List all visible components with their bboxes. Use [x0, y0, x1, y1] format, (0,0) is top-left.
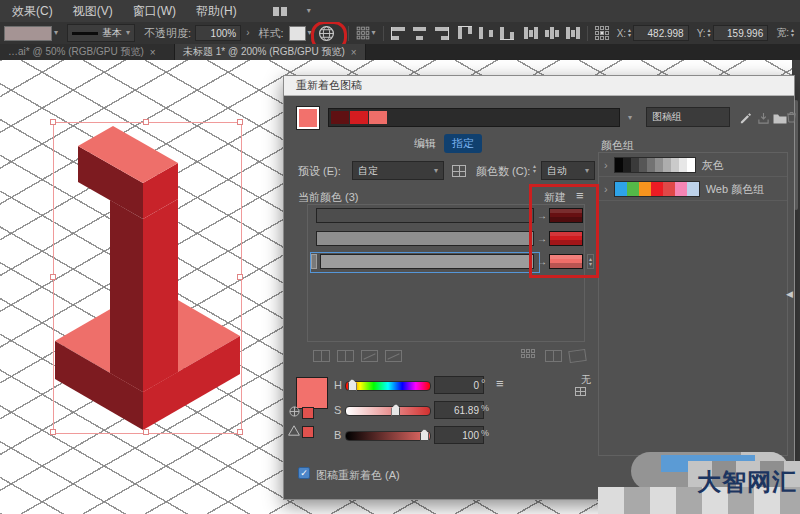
expand-icon[interactable]: › [604, 160, 608, 171]
stroke-style-dropdown[interactable]: 基本 ▾ [67, 24, 135, 42]
active-color-swatch[interactable] [296, 377, 328, 409]
color-count-dropdown[interactable]: 自动 ▾ [541, 161, 595, 180]
recolor-artwork-button[interactable] [318, 25, 335, 42]
hue-slider[interactable] [345, 381, 431, 391]
selection-handle[interactable] [50, 274, 56, 280]
distribute-right-icon[interactable] [566, 27, 580, 40]
color-count-stepper[interactable]: ▴▾ [533, 164, 536, 174]
menu-window[interactable]: 窗口(W) [133, 3, 176, 20]
y-stepper[interactable]: ▴▾ [708, 28, 711, 38]
chevron-down-icon[interactable]: ▾ [628, 114, 632, 122]
graphic-style-swatch[interactable] [289, 26, 306, 41]
opacity-value-field[interactable]: 100% [195, 25, 241, 41]
brightness-slider-handle[interactable] [420, 429, 429, 441]
align-center-icon[interactable] [413, 27, 427, 40]
grid-view-icon[interactable] [575, 387, 586, 396]
selection-handle[interactable] [237, 119, 243, 125]
saturation-slider[interactable] [345, 406, 431, 416]
workspace-switcher-icon[interactable] [273, 7, 287, 16]
color-swatch[interactable] [350, 111, 368, 124]
color-swatch[interactable] [615, 182, 627, 196]
random-saturation-brightness-icon[interactable] [545, 350, 562, 362]
preset-dropdown[interactable]: 自定 ▾ [352, 161, 444, 180]
out-of-gamut-warning-icon[interactable] [288, 425, 300, 436]
selection-handle[interactable] [50, 119, 56, 125]
menu-effect[interactable]: 效果(C) [12, 3, 53, 20]
color-swatch[interactable] [631, 158, 639, 172]
tab-edit[interactable]: 编辑 [414, 136, 436, 151]
hsb-menu-icon[interactable]: ≡ [496, 376, 504, 391]
fill-color-well[interactable] [4, 26, 52, 41]
reference-point-locator[interactable] [595, 26, 609, 40]
color-group-item-web[interactable]: › Web 颜色组 [604, 181, 764, 197]
chevron-down-icon[interactable]: ▾ [307, 7, 311, 15]
align-left-icon[interactable] [391, 27, 406, 40]
none-label[interactable]: 无 [581, 373, 591, 387]
width-stepper[interactable]: ▴▾ [791, 28, 794, 38]
color-swatch[interactable] [655, 158, 663, 172]
distribute-center-icon[interactable] [545, 27, 559, 40]
recolor-checkbox[interactable]: ✓ [298, 467, 310, 479]
color-swatch[interactable] [647, 158, 655, 172]
new-row-icon[interactable] [385, 350, 402, 362]
close-icon[interactable]: × [150, 47, 156, 58]
color-swatch[interactable] [687, 182, 699, 196]
color-swatch[interactable] [651, 182, 663, 196]
saturation-slider-handle[interactable] [391, 404, 400, 416]
menu-help[interactable]: 帮助(H) [196, 3, 237, 20]
selection-handle[interactable] [50, 429, 56, 435]
color-group-name-field[interactable] [646, 107, 730, 127]
current-color-bar[interactable] [316, 208, 534, 223]
gamut-color-chip[interactable] [302, 426, 314, 438]
color-swatch[interactable] [623, 158, 631, 172]
chevron-down-icon[interactable]: ▾ [372, 29, 376, 37]
x-stepper[interactable]: ▴▾ [628, 28, 631, 38]
color-swatch[interactable] [639, 182, 651, 196]
selection-handle[interactable] [237, 274, 243, 280]
brightness-slider[interactable] [345, 431, 431, 441]
document-tab[interactable]: …ai* @ 50% (RGB/GPU 预览) × [0, 44, 175, 60]
chevron-right-icon[interactable]: › [246, 28, 249, 38]
random-color-order-icon[interactable] [521, 349, 538, 361]
distribute-left-icon[interactable] [524, 27, 538, 40]
selected-artwork-swatch[interactable] [296, 106, 320, 130]
document-tab-active[interactable]: 未标题 1* @ 200% (RGB/GPU 预览) × [175, 44, 366, 60]
color-swatch[interactable] [627, 182, 639, 196]
close-icon[interactable]: × [351, 47, 357, 58]
tab-assign[interactable]: 指定 [444, 134, 482, 153]
artwork-colors-strip[interactable] [328, 108, 620, 127]
y-value-field[interactable]: 159.996 [713, 25, 769, 41]
color-swatch[interactable] [615, 158, 623, 172]
expand-icon[interactable]: › [604, 184, 608, 195]
hue-slider-handle[interactable] [348, 379, 357, 391]
dialog-titlebar[interactable]: 重新着色图稿 [284, 76, 794, 96]
color-swatch[interactable] [663, 182, 675, 196]
row-drag-grip[interactable] [311, 254, 317, 269]
save-color-group-icon[interactable] [754, 110, 772, 126]
style-label[interactable]: 样式: [259, 26, 284, 41]
panel-collapse-icon[interactable]: ◀ [786, 289, 793, 299]
color-swatch[interactable] [679, 158, 687, 172]
align-right-icon[interactable] [434, 27, 449, 40]
color-group-item-gray[interactable]: › 灰色 [604, 157, 724, 173]
merge-colors-icon[interactable] [313, 350, 330, 362]
align-middle-icon[interactable] [479, 27, 493, 40]
color-swatch[interactable] [671, 158, 679, 172]
color-swatch[interactable] [331, 111, 349, 124]
align-top-icon[interactable] [458, 26, 472, 40]
saturation-value-field[interactable]: 61.89 [434, 401, 484, 419]
current-color-bar[interactable] [316, 231, 534, 246]
out-of-web-warning-icon[interactable] [289, 406, 300, 417]
edit-colors-pencil-icon[interactable] [736, 109, 754, 125]
color-reduction-options-icon[interactable] [568, 349, 587, 363]
color-swatch[interactable] [675, 182, 687, 196]
opacity-label[interactable]: 不透明度: [144, 26, 191, 41]
color-swatch[interactable] [639, 158, 647, 172]
separate-colors-icon[interactable] [337, 350, 354, 362]
selection-handle[interactable] [143, 429, 149, 435]
brightness-value-field[interactable]: 100 [434, 426, 484, 444]
x-value-field[interactable]: 482.998 [633, 25, 689, 41]
selection-handle[interactable] [237, 429, 243, 435]
current-color-bar[interactable] [320, 254, 534, 269]
delete-group-trash-icon[interactable] [782, 109, 800, 125]
